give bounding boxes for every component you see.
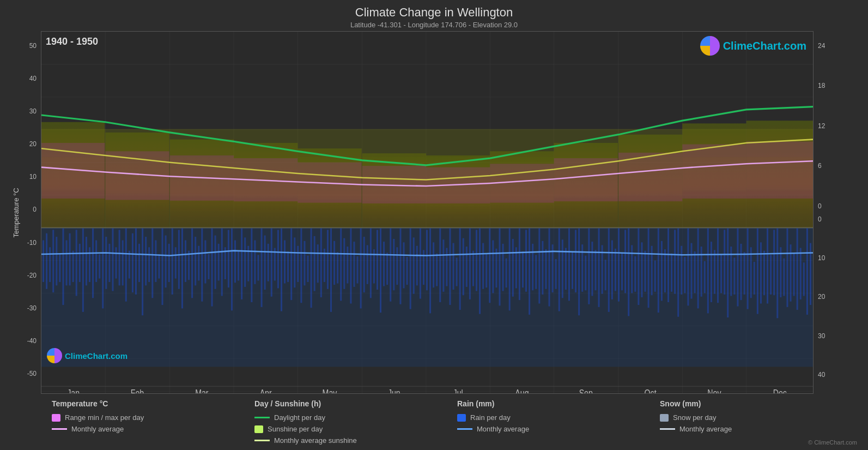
- svg-rect-151: [456, 257, 458, 286]
- logo-bottom-left: ClimeChart.com: [47, 348, 128, 363]
- svg-rect-82: [228, 230, 229, 287]
- svg-rect-233: [727, 229, 729, 317]
- svg-rect-67: [178, 230, 180, 289]
- svg-rect-78: [215, 236, 216, 289]
- legend-daylight-label: Daylight per day: [274, 413, 325, 422]
- svg-rect-137: [410, 229, 411, 309]
- svg-rect-138: [413, 237, 415, 293]
- legend-temp-range-label: Range min / max per day: [65, 413, 144, 422]
- svg-rect-120: [353, 242, 355, 287]
- svg-rect-102: [294, 237, 295, 287]
- svg-rect-251: [786, 229, 788, 307]
- svg-rect-125: [370, 229, 372, 298]
- svg-rect-172: [525, 230, 527, 291]
- right-axis-tick-6: 6: [818, 162, 857, 170]
- right-axis-tick-12: 12: [818, 122, 857, 130]
- svg-rect-114: [333, 241, 335, 285]
- legend-temp-title: Temperature °C: [52, 399, 244, 408]
- svg-rect-207: [641, 242, 642, 297]
- svg-rect-177: [542, 241, 543, 295]
- svg-text:Nov: Nov: [707, 388, 721, 393]
- svg-rect-157: [476, 230, 477, 291]
- svg-rect-106: [307, 256, 309, 282]
- copyright: © ClimeChart.com: [808, 439, 857, 446]
- logo-icon-bottom: [47, 348, 62, 363]
- legend-snow-bar: Snow per day: [660, 413, 852, 422]
- svg-rect-238: [744, 252, 745, 295]
- svg-rect-121: [357, 256, 359, 284]
- svg-rect-77: [211, 229, 213, 307]
- right-axis-tick-30: 30: [818, 332, 857, 340]
- svg-rect-249: [780, 247, 781, 297]
- legend-snow-avg: Monthly average: [660, 425, 852, 433]
- svg-rect-193: [594, 250, 596, 290]
- svg-rect-36: [76, 230, 77, 296]
- svg-rect-71: [191, 229, 193, 298]
- svg-rect-100: [287, 251, 289, 282]
- svg-rect-170: [519, 229, 520, 300]
- svg-rect-153: [463, 238, 464, 296]
- svg-rect-34: [69, 233, 71, 286]
- svg-rect-221: [687, 229, 689, 306]
- svg-rect-91: [257, 255, 259, 280]
- svg-rect-29: [52, 230, 54, 292]
- svg-rect-257: [806, 229, 808, 315]
- svg-rect-104: [300, 229, 302, 303]
- svg-rect-178: [545, 249, 547, 289]
- legend-sunshine-bar-color: [254, 425, 263, 433]
- svg-rect-150: [453, 243, 454, 290]
- svg-rect-27: [46, 233, 47, 289]
- svg-rect-240: [750, 247, 752, 298]
- chart-wrapper: Temperature °C 50 40 30 20 10 0 -10 -20 …: [11, 31, 857, 394]
- legend-temp-range: Range min / max per day: [52, 413, 244, 422]
- chart-svg: Jan Feb Mar Apr May Jun Jul Aug Sep Oct …: [41, 32, 813, 393]
- svg-rect-156: [472, 251, 474, 286]
- svg-rect-105: [304, 241, 305, 286]
- legend-rain-avg-label: Monthly average: [477, 425, 529, 433]
- svg-rect-134: [399, 229, 401, 304]
- svg-rect-31: [59, 254, 60, 282]
- svg-rect-149: [449, 229, 451, 305]
- svg-rect-85: [238, 251, 239, 281]
- svg-rect-209: [648, 229, 650, 308]
- svg-rect-43: [99, 254, 100, 279]
- svg-rect-176: [538, 229, 540, 304]
- chart-subtitle: Latitude -41.301 - Longitude 174.706 - E…: [11, 21, 857, 29]
- svg-text:Oct: Oct: [645, 388, 657, 393]
- legend-rain-bar-label: Rain per day: [470, 413, 511, 422]
- svg-rect-201: [621, 253, 623, 290]
- svg-rect-205: [634, 256, 636, 292]
- legend-temp-range-color: [52, 414, 60, 422]
- svg-rect-98: [281, 229, 282, 311]
- svg-rect-56: [142, 229, 143, 315]
- svg-rect-52: [129, 251, 130, 279]
- svg-rect-239: [747, 229, 749, 309]
- svg-rect-229: [714, 250, 715, 293]
- svg-rect-148: [446, 248, 447, 286]
- svg-rect-39: [86, 237, 87, 285]
- legend-sunshine-avg-label: Monthly average sunshine: [274, 436, 357, 445]
- legend-snow-bar-label: Snow per day: [673, 413, 717, 422]
- svg-rect-152: [459, 229, 461, 310]
- svg-rect-87: [244, 237, 246, 287]
- svg-rect-183: [562, 239, 563, 298]
- svg-rect-283: [682, 145, 746, 199]
- legend-rain-avg: Monthly average: [457, 425, 649, 433]
- svg-rect-42: [95, 241, 97, 283]
- svg-rect-63: [165, 236, 167, 288]
- right-axis: 24 18 12 6 0 Day / Sunshine (h) 0 10 20 …: [814, 31, 857, 394]
- svg-rect-135: [403, 242, 404, 288]
- svg-rect-35: [72, 251, 74, 282]
- logo-text-top: ClimeChart.com: [723, 40, 806, 52]
- svg-rect-160: [485, 254, 487, 287]
- svg-rect-198: [611, 241, 613, 299]
- right-axis-tick-0: 0: [818, 202, 857, 210]
- logo-icon-top: [700, 36, 720, 56]
- right-axis-tick-40: 40: [818, 371, 857, 379]
- svg-rect-26: [43, 241, 44, 283]
- svg-rect-127: [377, 230, 378, 290]
- svg-rect-90: [254, 241, 256, 284]
- svg-rect-185: [568, 229, 570, 301]
- svg-rect-245: [767, 229, 768, 304]
- svg-rect-200: [618, 229, 620, 302]
